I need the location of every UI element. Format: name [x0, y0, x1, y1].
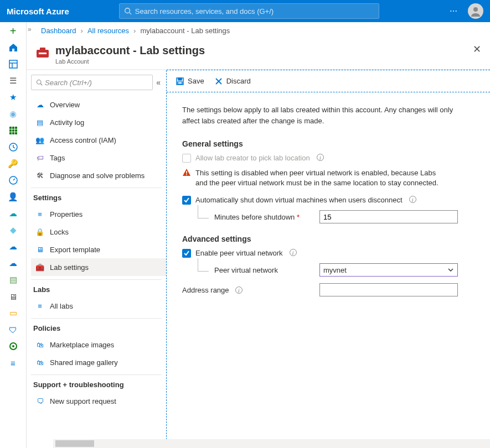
rail-lines-icon[interactable]: ≡: [8, 357, 19, 368]
horizontal-scrollbar[interactable]: [53, 439, 490, 448]
rail-add-icon[interactable]: +: [8, 25, 19, 37]
svg-rect-25: [178, 78, 182, 80]
rail-diamond-icon[interactable]: ◆: [8, 225, 19, 236]
sidebar-search-input[interactable]: [45, 79, 148, 87]
rail-card-icon[interactable]: ▭: [8, 308, 19, 319]
svg-point-2: [473, 7, 478, 12]
discard-button[interactable]: Discard: [214, 77, 251, 86]
rail-circle-icon[interactable]: [8, 341, 19, 352]
list-icon: ≡: [35, 302, 44, 310]
gallery-icon: 🛍: [35, 358, 44, 367]
close-icon[interactable]: ✕: [473, 44, 481, 54]
lab-account-icon: [35, 45, 50, 61]
svg-rect-20: [40, 48, 45, 50]
breadcrumb-all-resources[interactable]: All resources: [87, 27, 129, 35]
rail-clock-icon[interactable]: [8, 142, 19, 153]
svg-rect-12: [9, 132, 12, 134]
svg-rect-14: [15, 132, 17, 134]
rail-dashboard-icon[interactable]: [8, 59, 19, 70]
sidebar-section-labs: Labs: [31, 280, 166, 297]
sidebar-item-locks[interactable]: 🔒Locks: [31, 223, 166, 241]
minutes-input[interactable]: [319, 210, 458, 223]
svg-rect-6: [9, 127, 12, 129]
sidebar-section-policies: Policies: [31, 319, 166, 336]
svg-rect-3: [9, 60, 17, 68]
left-rail: + ☰ ★ ◉ 🔑 👤 ☁ ◆ ☁ ☁ ▤ 🖥 ▭ 🛡 ≡: [0, 22, 27, 448]
breadcrumb-current: mylabaccount - Lab settings: [140, 27, 230, 35]
sliders-icon: ≡: [35, 210, 44, 218]
sidebar-item-tags[interactable]: 🏷Tags: [31, 149, 166, 166]
breadcrumb-dashboard[interactable]: Dashboard: [41, 27, 76, 35]
chevron-right-icon: ›: [81, 27, 83, 35]
info-icon[interactable]: i: [290, 249, 297, 256]
warning-icon: [182, 168, 191, 188]
rail-cloud3-icon[interactable]: ☁: [8, 258, 19, 269]
warning-text: This setting is disabled when peer virtu…: [195, 168, 448, 188]
brand: Microsoft Azure: [7, 7, 69, 16]
rail-item-icon[interactable]: ◉: [8, 108, 19, 119]
description-text: The settings below apply to all labs cre…: [182, 105, 453, 126]
sidebar-item-diagnose[interactable]: 🛠Diagnose and solve problems: [31, 166, 166, 184]
sidebar-item-new-request[interactable]: 🗨New support request: [31, 392, 166, 410]
info-icon[interactable]: i: [235, 286, 243, 294]
rail-bars-icon[interactable]: ▤: [8, 274, 19, 285]
toolbar: Save Discard: [167, 70, 490, 92]
svg-rect-8: [15, 127, 17, 129]
svg-rect-21: [39, 53, 47, 54]
rail-monitor-icon[interactable]: 🖥: [8, 291, 19, 302]
lock-icon: 🔒: [35, 228, 44, 236]
save-button[interactable]: Save: [176, 77, 204, 86]
collapse-sidebar-icon[interactable]: «: [156, 78, 161, 87]
discard-icon: [214, 77, 223, 86]
rail-cloud-icon[interactable]: ☁: [8, 208, 19, 219]
svg-rect-9: [9, 129, 12, 132]
info-icon[interactable]: i: [409, 196, 416, 203]
rail-person-icon[interactable]: 👤: [8, 191, 19, 202]
sidebar-item-iam[interactable]: 👥Access control (IAM): [31, 131, 166, 149]
top-bar: Microsoft Azure ⋯: [0, 0, 490, 22]
minutes-label: Minutes before shutdown *: [214, 213, 319, 221]
rail-key-icon[interactable]: 🔑: [8, 158, 19, 169]
peer-vnet-dropdown[interactable]: myvnet: [319, 263, 458, 277]
sidebar-item-all-labs[interactable]: ≡All labs: [31, 297, 166, 315]
sidebar-item-overview[interactable]: ☁Overview: [31, 96, 166, 113]
sidebar-item-activity[interactable]: ▤Activity log: [31, 113, 166, 131]
connector-line: [198, 205, 209, 218]
svg-rect-26: [178, 82, 182, 84]
rail-grid-icon[interactable]: [8, 125, 19, 136]
allow-location-label: Allow lab creator to pick lab location: [195, 154, 310, 162]
global-search-input[interactable]: [135, 7, 374, 15]
breadcrumb: Dashboard › All resources › mylabaccount…: [27, 22, 490, 39]
svg-rect-29: [186, 171, 187, 174]
content-pane: Save Discard The settings below apply to…: [167, 70, 490, 448]
auto-shutdown-checkbox[interactable]: [182, 196, 191, 205]
svg-line-23: [40, 84, 42, 85]
sidebar-item-shared-gallery[interactable]: 🛍Shared image gallery: [31, 353, 166, 371]
sidebar-item-lab-settings[interactable]: 🧰Lab settings: [31, 258, 166, 276]
rail-shield-icon[interactable]: 🛡: [8, 324, 19, 335]
sidebar-search[interactable]: [31, 75, 153, 90]
page-title: mylabaccount - Lab settings: [55, 44, 205, 57]
rail-list-icon[interactable]: ☰: [8, 75, 19, 86]
blade-header: mylabaccount - Lab settings Lab Account …: [27, 39, 490, 70]
sidebar-item-properties[interactable]: ≡Properties: [31, 205, 166, 223]
info-icon[interactable]: i: [317, 154, 324, 161]
rail-cloud2-icon[interactable]: ☁: [8, 241, 19, 252]
global-search[interactable]: [119, 3, 379, 19]
more-icon[interactable]: ⋯: [450, 7, 458, 15]
address-range-input[interactable]: [319, 283, 458, 296]
rail-star-icon[interactable]: ★: [8, 92, 19, 103]
sidebar-item-export[interactable]: 🖥Export template: [31, 241, 166, 258]
enable-peer-checkbox[interactable]: [182, 249, 191, 258]
general-settings-heading: General settings: [182, 139, 474, 148]
page-subtitle: Lab Account: [55, 58, 205, 65]
connector-line: [198, 258, 209, 272]
sidebar-item-marketplace[interactable]: 🛍Marketplace images: [31, 336, 166, 353]
tag-icon: 🏷: [35, 154, 44, 162]
svg-point-22: [37, 80, 42, 85]
expand-rail-icon[interactable]: »: [28, 25, 32, 33]
peer-vnet-label: Peer virtual network: [214, 266, 319, 274]
avatar[interactable]: [468, 3, 483, 19]
rail-home-icon[interactable]: [8, 42, 19, 53]
rail-gauge-icon[interactable]: [8, 175, 19, 186]
